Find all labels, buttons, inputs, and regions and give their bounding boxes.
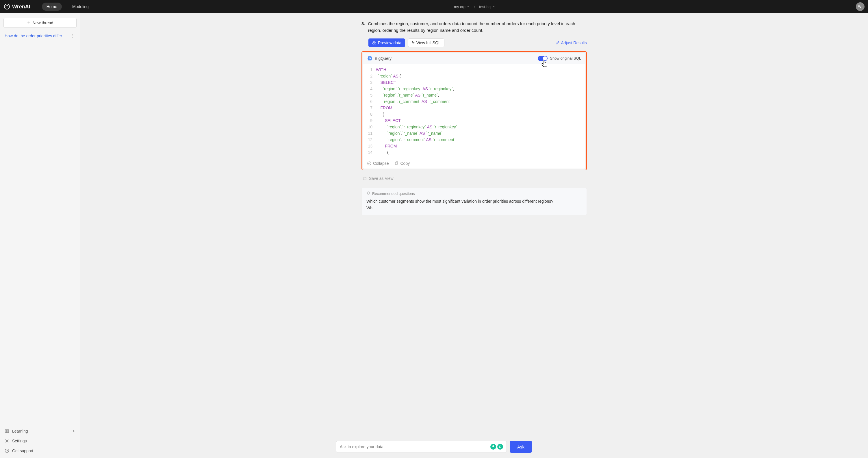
svg-point-10 bbox=[368, 162, 371, 165]
sidebar-footer: Learning Settings Get support bbox=[3, 426, 76, 456]
pencil-icon bbox=[555, 41, 559, 45]
rec-question-2[interactable]: Wh bbox=[366, 205, 582, 212]
lightbulb-icon bbox=[366, 192, 370, 196]
sidebar-learning[interactable]: Learning bbox=[3, 426, 76, 436]
new-thread-label: New thread bbox=[33, 21, 54, 25]
sql-head: BigQuery ✓ Show original SQL bbox=[363, 53, 585, 64]
code-line: 9 SELECT bbox=[363, 117, 585, 124]
code-line: 13 FROM bbox=[363, 143, 585, 149]
svg-point-9 bbox=[369, 58, 370, 59]
save-icon bbox=[363, 176, 367, 180]
save-as-view-button[interactable]: Save as View bbox=[362, 176, 587, 181]
svg-point-6 bbox=[374, 42, 376, 44]
help-icon bbox=[5, 449, 9, 453]
step-num: 3. bbox=[362, 20, 365, 34]
collapse-button[interactable]: Collapse bbox=[367, 161, 389, 166]
rec-head: Recommended questions bbox=[366, 192, 582, 196]
svg-rect-11 bbox=[395, 162, 397, 165]
sidebar-settings[interactable]: Settings bbox=[3, 436, 76, 446]
view-full-sql-button[interactable]: fx View full SQL bbox=[408, 38, 444, 47]
gear-icon bbox=[5, 439, 9, 443]
ask-bar: G Ask bbox=[336, 441, 532, 453]
step-text: Combines the region, customer, and order… bbox=[368, 20, 587, 34]
show-original-sql-toggle[interactable]: ✓ bbox=[538, 56, 548, 61]
plus-icon bbox=[27, 21, 31, 25]
grammarly-icon[interactable]: G bbox=[497, 444, 503, 450]
copy-label: Copy bbox=[400, 161, 410, 166]
top-nav: Home Modeling bbox=[42, 3, 93, 11]
code-line: 11 `region`.`r_name` AS `r_name`, bbox=[363, 130, 585, 137]
sidebar-learning-label: Learning bbox=[12, 429, 28, 433]
breadcrumb-project[interactable]: test-bq bbox=[479, 5, 495, 9]
rec-question-1[interactable]: Which customer segments show the most si… bbox=[366, 198, 582, 205]
preview-label: Preview data bbox=[378, 40, 401, 45]
code-line: 2 `region` AS ( bbox=[363, 73, 585, 79]
chevron-up-circle-icon bbox=[367, 161, 371, 165]
breadcrumb-sep: / bbox=[474, 5, 475, 9]
svg-point-2 bbox=[6, 440, 8, 442]
thread-title: How do the order priorities differ … bbox=[5, 33, 67, 38]
sidebar: New thread How do the order priorities d… bbox=[0, 13, 80, 458]
ask-input[interactable] bbox=[340, 445, 490, 449]
save-view-label: Save as View bbox=[369, 176, 394, 181]
code-line: 14 ( bbox=[363, 149, 585, 155]
sidebar-support-label: Get support bbox=[12, 449, 33, 453]
ask-input-icons: G bbox=[490, 444, 503, 450]
code-line: 12 `region`.`r_comment` AS `r_comment` bbox=[363, 137, 585, 143]
chevron-right-icon bbox=[72, 429, 75, 433]
code-line: 1WITH bbox=[363, 66, 585, 73]
wren-icon bbox=[3, 3, 10, 10]
collapse-label: Collapse bbox=[373, 161, 389, 166]
sidebar-support[interactable]: Get support bbox=[3, 446, 76, 456]
code-line: 4 `region`.`r_regionkey` AS `r_regionkey… bbox=[363, 86, 585, 92]
preview-data-button[interactable]: Preview data bbox=[368, 38, 405, 47]
sidebar-settings-label: Settings bbox=[12, 439, 27, 443]
ask-button[interactable]: Ask bbox=[510, 441, 532, 453]
copy-icon bbox=[395, 161, 399, 165]
code-line: 6 `region`.`r_comment` AS `r_comment` bbox=[363, 98, 585, 105]
brand-text: WrenAI bbox=[12, 4, 30, 10]
code-line: 10 `region`.`r_regionkey` AS `r_regionke… bbox=[363, 124, 585, 130]
breadcrumb: my org / test-bq bbox=[454, 5, 495, 9]
svg-point-1 bbox=[7, 5, 8, 6]
sql-panel: BigQuery ✓ Show original SQL 1WITH2 `reg… bbox=[363, 53, 585, 169]
nav-home[interactable]: Home bbox=[42, 3, 62, 11]
fx-icon: fx bbox=[412, 40, 415, 45]
chevron-down-icon bbox=[467, 5, 470, 8]
svg-point-5 bbox=[372, 42, 374, 44]
nav-modeling[interactable]: Modeling bbox=[68, 3, 93, 11]
sql-panel-highlight: BigQuery ✓ Show original SQL 1WITH2 `reg… bbox=[362, 51, 587, 170]
suggest-icon[interactable] bbox=[490, 444, 496, 450]
sql-foot: Collapse Copy bbox=[363, 158, 585, 169]
code-line: 5 `region`.`r_name` AS `r_name`, bbox=[363, 92, 585, 98]
code-line: 7 FROM bbox=[363, 105, 585, 111]
bigquery-icon bbox=[367, 56, 372, 61]
toggle-label: Show original SQL bbox=[550, 56, 581, 60]
sql-code[interactable]: 1WITH2 `region` AS (3 SELECT4 `region`.`… bbox=[363, 64, 585, 158]
adjust-results-link[interactable]: Adjust Results bbox=[555, 40, 587, 45]
avatar[interactable]: WI bbox=[856, 2, 865, 11]
binoculars-icon bbox=[372, 41, 376, 45]
code-line: 8 ( bbox=[363, 111, 585, 117]
svg-point-4 bbox=[7, 452, 7, 452]
book-icon bbox=[5, 429, 9, 433]
svg-rect-12 bbox=[363, 177, 366, 180]
thread-menu-icon[interactable]: ⋮ bbox=[69, 33, 75, 38]
adjust-label: Adjust Results bbox=[561, 40, 587, 45]
brand-logo: WrenAI bbox=[3, 3, 30, 10]
ask-input-wrap[interactable]: G bbox=[336, 441, 507, 453]
thread-item[interactable]: How do the order priorities differ … ⋮ bbox=[3, 32, 76, 40]
code-line: 3 SELECT bbox=[363, 79, 585, 86]
chevron-down-icon bbox=[492, 5, 495, 8]
thread-list: How do the order priorities differ … ⋮ bbox=[3, 32, 76, 426]
sql-engine-label: BigQuery bbox=[375, 56, 392, 61]
rec-head-label: Recommended questions bbox=[372, 192, 415, 196]
actions-row: Preview data fx View full SQL Adjust Res… bbox=[362, 38, 587, 47]
recommended-questions: Recommended questions Which customer seg… bbox=[362, 188, 587, 216]
main: 3. Combines the region, customer, and or… bbox=[80, 13, 868, 458]
step-description: 3. Combines the region, customer, and or… bbox=[362, 20, 587, 34]
breadcrumb-org[interactable]: my org bbox=[454, 5, 470, 9]
topbar: WrenAI Home Modeling my org / test-bq WI bbox=[0, 0, 868, 13]
new-thread-button[interactable]: New thread bbox=[3, 18, 76, 28]
copy-button[interactable]: Copy bbox=[395, 161, 410, 166]
